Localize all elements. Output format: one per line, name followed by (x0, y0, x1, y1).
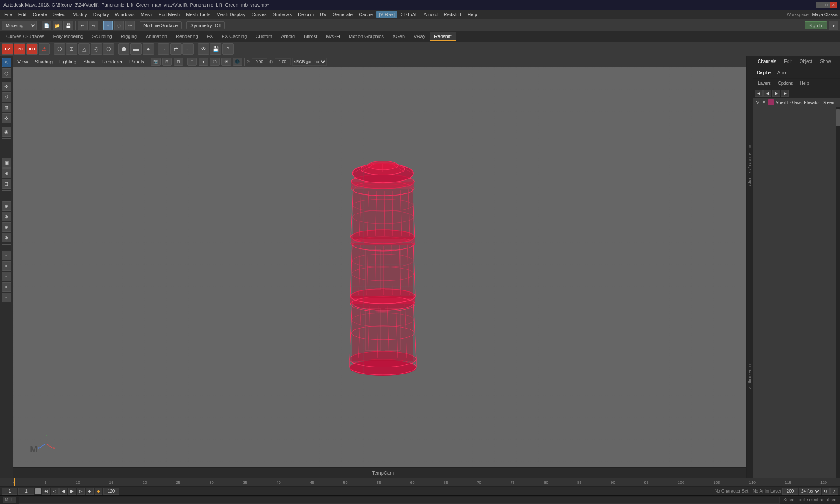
rs-ipr2-btn[interactable]: IPR (26, 43, 38, 55)
viewport-menu-renderer[interactable]: Renderer (100, 58, 125, 65)
menu-mesh-display[interactable]: Mesh Display (214, 11, 248, 18)
viewport-menu-shading[interactable]: Shading (32, 58, 55, 65)
menu-3dtoall[interactable]: 3DToAll (398, 11, 420, 18)
vp-textured-btn[interactable]: ⬡ (210, 58, 220, 66)
soft-mod-tool[interactable]: ◉ (2, 127, 11, 136)
rs-rv-button[interactable]: RV (2, 43, 13, 55)
key-button[interactable]: ◆ (94, 488, 102, 495)
symmetry-button[interactable]: Symmetry: Off (186, 21, 225, 29)
rs-cube1-btn[interactable]: ⬡ (54, 43, 65, 55)
start-frame-field[interactable] (2, 488, 18, 495)
quick-layout-list5[interactable]: ≡ (2, 293, 11, 302)
open-file-button[interactable]: 📂 (52, 21, 62, 30)
menu-cache[interactable]: Cache (356, 11, 375, 18)
quick-layout-list3[interactable]: ≡ (2, 272, 11, 281)
layer-visible[interactable]: V (756, 100, 760, 105)
snap-surface[interactable]: ⊕ (2, 233, 11, 242)
vp-smooth-btn[interactable]: ● (199, 58, 208, 66)
end-frame-field[interactable] (103, 488, 119, 495)
vp-frame-all-btn[interactable]: ⊞ (162, 58, 172, 66)
menu-mesh[interactable]: Mesh (138, 11, 155, 18)
layer-add2-btn[interactable]: ◀ (763, 90, 771, 97)
menu-uv[interactable]: UV (317, 11, 329, 18)
layout-3pane[interactable]: ⊟ (2, 179, 11, 189)
tab-edit[interactable]: Edit (782, 59, 794, 64)
rs-help-btn[interactable]: ? (222, 43, 234, 55)
viewport-menu-lighting[interactable]: Lighting (57, 58, 79, 65)
layer-item[interactable]: V P Vuelift_Glass_Elevator_Green (753, 98, 840, 107)
step-back-button[interactable]: ◅ (51, 488, 59, 495)
select-mode-button[interactable]: ↖ (103, 21, 113, 30)
rs-ipr-btn[interactable]: IPR (14, 43, 25, 55)
play-back-button[interactable]: ◀ (60, 488, 67, 495)
settings-dropdown[interactable]: ▾ (829, 21, 838, 30)
tab-vray[interactable]: VRay (409, 32, 430, 41)
tab-rendering[interactable]: Rendering (172, 32, 203, 41)
lasso-tool[interactable]: ◌ (2, 68, 11, 78)
go-start-button[interactable]: ⏮ (42, 488, 50, 495)
fps-dropdown[interactable]: 24 fps (799, 488, 821, 495)
scale-tool[interactable]: ⊠ (2, 103, 11, 112)
menu-curves[interactable]: Curves (249, 11, 270, 18)
select-tool[interactable]: ↖ (2, 58, 11, 67)
scrollbar-thumb[interactable] (836, 109, 840, 126)
menu-display[interactable]: Display (91, 11, 112, 18)
tab-object[interactable]: Object (798, 59, 815, 64)
playhead[interactable] (14, 478, 15, 486)
save-file-button[interactable]: 💾 (63, 21, 73, 30)
tab-anim[interactable]: Anim (775, 70, 790, 76)
rotate-tool[interactable]: ↺ (2, 92, 11, 102)
viewport-menu-show[interactable]: Show (81, 58, 98, 65)
menu-deform[interactable]: Deform (295, 11, 316, 18)
menu-modify[interactable]: Modify (70, 11, 89, 18)
menu-create[interactable]: Create (30, 11, 50, 18)
menu-arnold[interactable]: Arnold (421, 11, 440, 18)
layer-add-btn[interactable]: ◀ (755, 90, 763, 97)
rs-arrow2-btn[interactable]: ↔ (182, 43, 194, 55)
viewport-canvas[interactable]: M X Y Z (13, 67, 752, 467)
quick-layout-list1[interactable]: ≡ (2, 251, 11, 260)
tab-help[interactable]: Help (798, 80, 811, 86)
mode-dropdown[interactable]: Modeling (2, 21, 37, 30)
menu-mesh-tools[interactable]: Mesh Tools (183, 11, 213, 18)
rs-shape1-btn[interactable]: ⬟ (118, 43, 130, 55)
command-line[interactable] (19, 497, 780, 504)
snap-curve[interactable]: ⊕ (2, 212, 11, 221)
play-forward-button[interactable]: ▶ (68, 488, 76, 495)
tab-bifrost[interactable]: Bifrost (299, 32, 322, 41)
layer-playback[interactable]: P (762, 100, 766, 105)
viewport-menu-view[interactable]: View (15, 58, 31, 65)
menu-vray[interactable]: [V-Ray] (376, 11, 397, 18)
menu-edit[interactable]: Edit (16, 11, 29, 18)
tab-poly-modeling[interactable]: Poly Modeling (49, 32, 88, 41)
rs-double-arrow-btn[interactable]: ⇄ (170, 43, 182, 55)
move-tool[interactable]: ✛ (2, 82, 11, 91)
viewport-menu-panels[interactable]: Panels (127, 58, 147, 65)
tab-layers[interactable]: Layers (756, 80, 773, 86)
vp-lights-btn[interactable]: ☀ (221, 58, 231, 66)
rs-cone-btn[interactable]: △ (78, 43, 90, 55)
exposure-field[interactable]: 0.00 (252, 58, 267, 65)
timeline-settings[interactable]: ⚙ (822, 488, 830, 495)
layout-1pane[interactable]: ▣ (2, 158, 11, 168)
playback-end2[interactable] (782, 488, 798, 495)
rs-arrow1-btn[interactable]: → (158, 43, 169, 55)
rs-sphere-btn[interactable]: ◎ (91, 43, 102, 55)
menu-edit-mesh[interactable]: Edit Mesh (156, 11, 182, 18)
no-live-surface-button[interactable]: No Live Surface (140, 21, 182, 29)
layer-play-btn[interactable]: ▶ (772, 90, 780, 97)
snap-point[interactable]: ⊕ (2, 222, 11, 232)
tab-arnold[interactable]: Arnold (276, 32, 299, 41)
menu-redshift[interactable]: Redshift (441, 11, 464, 18)
menu-windows[interactable]: Windows (112, 11, 137, 18)
rs-warning-btn[interactable]: ⚠ (38, 43, 50, 55)
minimize-button[interactable]: — (816, 2, 822, 8)
mel-label[interactable]: MEL (3, 497, 16, 503)
quick-layout-list4[interactable]: ≡ (2, 282, 11, 292)
rs-grid-btn[interactable]: ⊞ (66, 43, 77, 55)
tab-sculpting[interactable]: Sculpting (88, 32, 116, 41)
undo-button[interactable]: ↩ (78, 21, 88, 30)
quick-layout-list2[interactable]: ≡ (2, 261, 11, 271)
menu-help[interactable]: Help (465, 11, 480, 18)
step-forward-button[interactable]: ▻ (77, 488, 85, 495)
